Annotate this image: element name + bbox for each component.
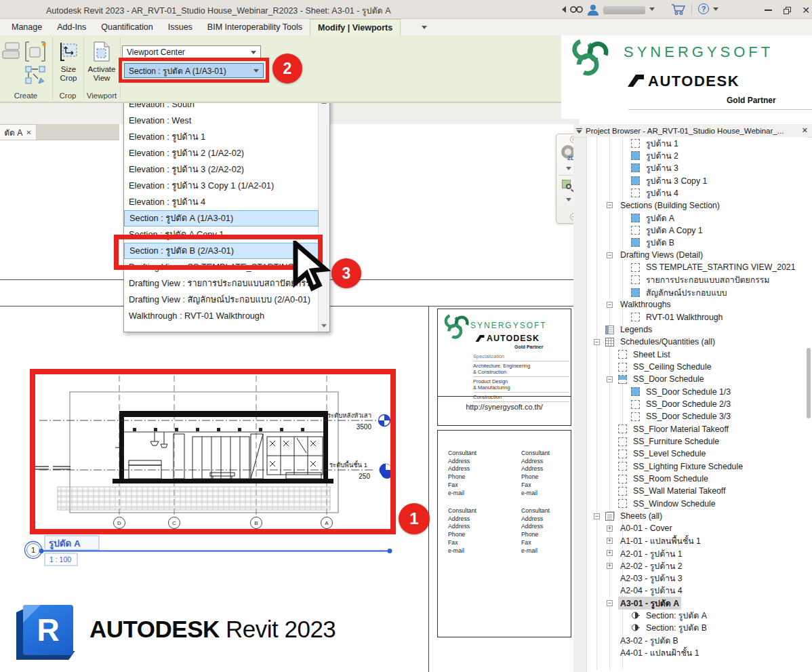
dropdown-item[interactable]: Elevation : รูปด้าน 1 xyxy=(124,129,319,145)
collapse-icon[interactable]: − xyxy=(607,302,613,308)
tree-item[interactable]: Sheet List xyxy=(587,349,807,361)
dropdown-item[interactable]: Walkthrough : RVT-01 Walkthrough xyxy=(124,308,319,324)
tree-item[interactable]: SS_Door Schedule 1/3 xyxy=(587,386,807,398)
expand-icon[interactable]: + xyxy=(607,563,613,569)
dropdown-item[interactable]: Elevation : รูปด้าน 3 Copy 1 (1/A2-01) xyxy=(124,178,319,194)
tree-item[interactable]: Section: รูปตัด B xyxy=(587,622,807,634)
tree-item[interactable]: A4-01 - แปลนฝ้าชั้น 1 xyxy=(587,646,807,658)
signed-in-user[interactable] xyxy=(603,6,645,14)
search-icon[interactable] xyxy=(570,3,584,16)
tree-item[interactable]: รูปด้าน 3 Copy 1 xyxy=(587,174,807,186)
combo-caret-icon[interactable] xyxy=(251,51,256,54)
help-menu-caret-icon[interactable] xyxy=(713,7,718,11)
activate-view-icon[interactable] xyxy=(92,41,111,62)
tree-item[interactable]: SS_Level Schedule xyxy=(587,448,807,460)
tree-item[interactable]: SS_Window Schedule xyxy=(587,498,807,510)
collapse-icon[interactable]: − xyxy=(607,600,613,606)
tree-item[interactable]: รูปด้าน 1 xyxy=(587,137,807,149)
collapse-icon[interactable]: − xyxy=(594,513,600,519)
collapse-icon[interactable]: − xyxy=(607,202,613,208)
activate-view-button[interactable]: Activate View xyxy=(84,65,119,83)
tree-item[interactable]: รูปตัด A Copy 1 xyxy=(587,224,807,236)
zoom-options-caret-icon[interactable] xyxy=(566,198,571,201)
tree-item[interactable]: −SS_Door Schedule xyxy=(587,373,807,385)
minimize-button[interactable] xyxy=(760,5,775,15)
wheel-options-caret-icon[interactable] xyxy=(566,167,571,170)
help-icon[interactable]: ? xyxy=(698,3,709,14)
tree-item[interactable]: SS_Room Schedule xyxy=(587,473,807,485)
restore-button[interactable] xyxy=(779,5,794,15)
scroll-down-icon[interactable] xyxy=(321,324,327,328)
view-tab-section-a[interactable]: ตัด A ✕ xyxy=(0,124,37,140)
tree-item[interactable]: SS_Door Schedule 3/3 xyxy=(587,410,807,422)
component-stack-icon[interactable] xyxy=(1,41,22,61)
tree-item[interactable]: A3-02 - รูปตัด B xyxy=(587,634,807,646)
tree-item[interactable]: รายการประกอบแบบสถาปัตยกรรม xyxy=(587,274,807,286)
ribbon-tab[interactable]: Manage xyxy=(4,19,49,35)
tree-item[interactable]: รูปตัด B xyxy=(587,237,807,249)
ribbon-collapse-caret-icon[interactable] xyxy=(422,26,427,29)
ribbon-tab[interactable]: Add-Ins xyxy=(49,19,94,35)
tree-item[interactable]: SS_Furniture Schedule xyxy=(587,435,807,448)
ribbon-tab[interactable]: Quantification xyxy=(94,19,160,35)
tree-item[interactable]: +A0-01 - Cover xyxy=(587,522,807,534)
tree-item[interactable]: −Sections (Building Section) xyxy=(587,199,807,212)
view-tab-close-icon[interactable]: ✕ xyxy=(26,129,31,136)
tree-item[interactable]: −Walkthroughs xyxy=(587,298,807,311)
expand-icon[interactable]: + xyxy=(607,526,613,532)
dropdown-item[interactable]: Elevation : รูปด้าน 4 xyxy=(124,194,319,210)
close-button[interactable]: ✕ xyxy=(798,5,812,15)
collapse-icon[interactable]: − xyxy=(594,339,600,345)
dropdown-item[interactable]: Drafting View : สัญลักษณ์ประกอบแบบ (2/A0… xyxy=(124,292,319,308)
viewport-title[interactable]: 1 รูปตัด A 1 : 100 xyxy=(25,536,392,566)
user-account-icon[interactable] xyxy=(587,3,599,16)
tree-item[interactable]: RVT-01 Walkthrough xyxy=(587,311,807,323)
tree-item[interactable]: A2-03 - รูปด้าน 3 xyxy=(587,572,807,584)
tree-item[interactable]: +A2-01 - รูปด้าน 1 xyxy=(587,547,807,559)
collapse-icon[interactable]: − xyxy=(607,376,613,382)
user-menu-caret-icon[interactable] xyxy=(649,7,655,11)
ribbon-tab-active[interactable]: Modify | Viewports xyxy=(310,19,401,35)
tree-item[interactable]: A2-04 - รูปด้าน 4 xyxy=(587,585,807,597)
load-family-icon[interactable] xyxy=(24,65,47,85)
dropdown-item[interactable]: Section : รูปตัด A (1/A3-01) xyxy=(124,210,319,226)
tree-item[interactable]: SS TEMPLATE_STARTING VIEW_2021 xyxy=(587,261,807,273)
tree-item[interactable]: Section: รูปตัด A xyxy=(587,609,807,621)
tree-item[interactable]: SS_Door Schedule 2/3 xyxy=(587,398,807,410)
tree-item[interactable]: −Schedules/Quantities (all) xyxy=(587,336,807,348)
dropdown-item[interactable]: Elevation : West xyxy=(124,113,319,129)
ribbon-tab[interactable]: Issues xyxy=(161,19,200,35)
back-icon[interactable] xyxy=(561,3,567,16)
tree-item[interactable]: Legends xyxy=(587,323,807,336)
tree-item[interactable]: +A2-02 - รูปด้าน 2 xyxy=(587,559,807,572)
browser-close-icon[interactable]: ✕ xyxy=(802,126,808,135)
tree-item[interactable]: รูปด้าน 3 xyxy=(587,162,807,174)
tree-item[interactable]: −Sheets (all) xyxy=(587,510,807,522)
title-type-combobox[interactable]: Viewport Center xyxy=(122,45,261,59)
tree-item[interactable]: รูปด้าน 4 xyxy=(587,186,807,199)
tree-item[interactable]: +A1-01 - แปลนพื้นชั้น 1 xyxy=(587,535,807,547)
dropdown-item[interactable]: Elevation : รูปด้าน 3 (2/A2-02) xyxy=(124,161,319,178)
size-crop-icon[interactable] xyxy=(58,41,79,62)
cart-icon[interactable] xyxy=(671,3,686,16)
expand-icon[interactable]: + xyxy=(607,538,613,544)
dropdown-item[interactable]: Drafting View : รายการประกอบแบบสถาปัตยกร… xyxy=(124,275,319,292)
tree-item[interactable]: รูปด้าน 2 xyxy=(587,149,807,161)
size-crop-button[interactable]: Size Crop xyxy=(54,65,83,83)
create-component-icon[interactable]: ✶ xyxy=(23,39,47,64)
tree-item[interactable]: −A3-01 - รูปตัด A xyxy=(587,597,807,609)
panel-menu-icon[interactable] xyxy=(576,128,582,134)
dropdown-item[interactable]: Elevation : รูปด้าน 2 (1/A2-02) xyxy=(124,145,319,161)
tree-item[interactable]: รูปตัด A xyxy=(587,212,807,224)
browser-scrollbar[interactable] xyxy=(807,348,811,418)
tree-item[interactable]: SS_Wall Material Takeoff xyxy=(587,485,807,497)
tree-item[interactable]: สัญลักษณ์ประกอบแบบ xyxy=(587,286,807,298)
tree-item[interactable]: SS_Floor Material Takeoff xyxy=(587,423,807,435)
collapse-icon[interactable]: − xyxy=(607,252,613,258)
expand-icon[interactable]: + xyxy=(607,550,613,556)
tree-item[interactable]: SS_Ceiling Schedule xyxy=(587,361,807,373)
ribbon-tab[interactable]: BIM Interoperability Tools xyxy=(200,19,310,35)
tree-item[interactable]: −Drafting Views (Detail) xyxy=(587,249,807,261)
tree-item[interactable]: SS_Lighting Fixture Schedule xyxy=(587,460,807,473)
project-browser-header[interactable]: Project Browser - AR_RVT-01_Studio House… xyxy=(573,124,812,138)
